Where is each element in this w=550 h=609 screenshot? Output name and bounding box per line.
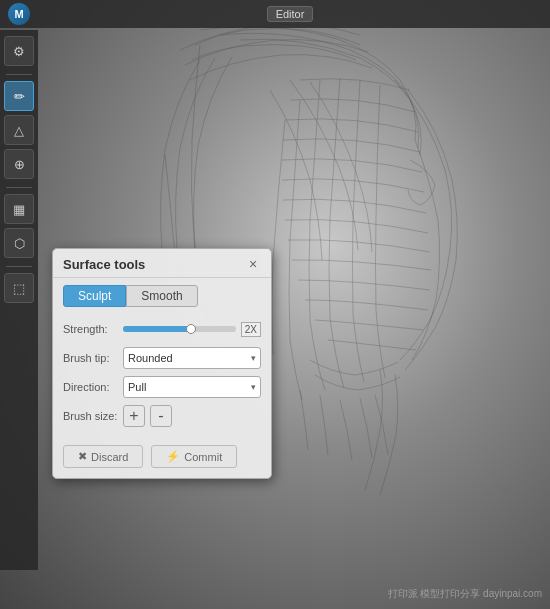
strength-row: Strength: 2X	[63, 318, 261, 340]
toolbar-separator-2	[6, 187, 32, 188]
tool-export[interactable]: ⬡	[4, 228, 34, 258]
commit-label: Commit	[184, 451, 222, 463]
brush-tip-label: Brush tip:	[63, 352, 123, 364]
brush-tip-row: Brush tip: Rounded ▾	[63, 347, 261, 369]
direction-select[interactable]: Pull ▾	[123, 376, 261, 398]
brush-tip-arrow-icon: ▾	[251, 353, 256, 363]
tab-bar: Sculpt Smooth	[53, 278, 271, 312]
strength-slider-fill	[123, 326, 196, 332]
panel-title: Surface tools	[63, 257, 145, 272]
topbar: M Editor	[0, 0, 550, 28]
discard-label: Discard	[91, 451, 128, 463]
editor-badge: Editor	[267, 6, 314, 22]
tool-info[interactable]: ⬚	[4, 273, 34, 303]
direction-arrow-icon: ▾	[251, 382, 256, 392]
tab-smooth[interactable]: Smooth	[126, 285, 197, 307]
direction-row: Direction: Pull ▾	[63, 376, 261, 398]
tab-sculpt[interactable]: Sculpt	[63, 285, 126, 307]
brush-size-row: Brush size: + -	[63, 405, 261, 427]
watermark: 打印派 模型打印分享 dayinpai.com	[388, 587, 542, 601]
direction-value: Pull	[128, 381, 146, 393]
action-row: ✖ Discard ⚡ Commit	[53, 441, 271, 468]
toolbar-separator-3	[6, 266, 32, 267]
surface-tools-panel: Surface tools × Sculpt Smooth Strength: …	[52, 248, 272, 479]
strength-2x-badge: 2X	[241, 322, 261, 337]
panel-header: Surface tools ×	[53, 249, 271, 278]
brush-size-minus-button[interactable]: -	[150, 405, 172, 427]
discard-button[interactable]: ✖ Discard	[63, 445, 143, 468]
strength-slider-thumb	[186, 324, 196, 334]
direction-label: Direction:	[63, 381, 123, 393]
commit-icon: ⚡	[166, 450, 180, 463]
brush-size-plus-button[interactable]: +	[123, 405, 145, 427]
left-toolbar: ⚙ ✏ △ ⊕ ▦ ⬡ ⬚	[0, 30, 38, 570]
strength-slider-track[interactable]	[123, 326, 236, 332]
tool-gear[interactable]: ⚙	[4, 36, 34, 66]
tool-draw[interactable]: △	[4, 115, 34, 145]
tool-layers[interactable]: ▦	[4, 194, 34, 224]
panel-body: Strength: 2X Brush tip: Rounded ▾ Direct…	[53, 312, 271, 441]
commit-button[interactable]: ⚡ Commit	[151, 445, 237, 468]
app-logo: M	[8, 3, 30, 25]
tool-brush[interactable]: ✏	[4, 81, 34, 111]
strength-container: 2X	[123, 322, 261, 337]
brush-tip-select[interactable]: Rounded ▾	[123, 347, 261, 369]
brush-size-label: Brush size:	[63, 410, 123, 422]
discard-icon: ✖	[78, 450, 87, 463]
strength-label: Strength:	[63, 323, 123, 335]
panel-close-button[interactable]: ×	[245, 256, 261, 272]
tool-zoom[interactable]: ⊕	[4, 149, 34, 179]
toolbar-separator-1	[6, 74, 32, 75]
brush-tip-value: Rounded	[128, 352, 173, 364]
